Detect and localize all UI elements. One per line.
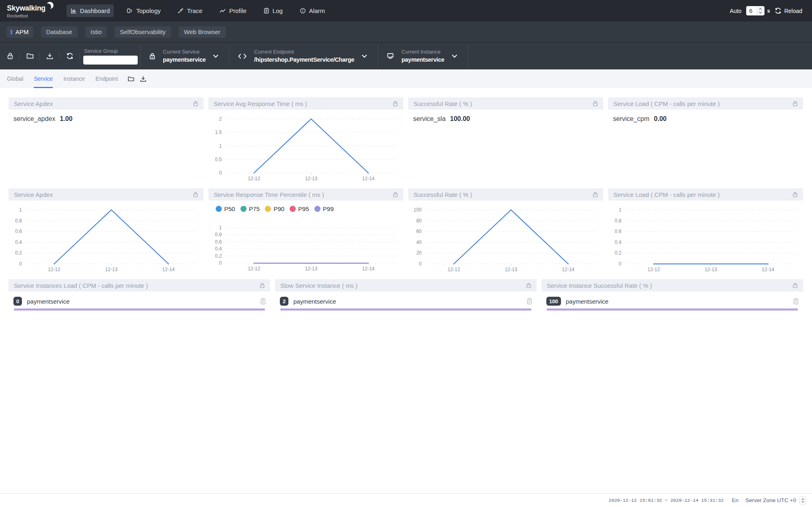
page-tab-apm[interactable]: APM xyxy=(6,26,33,38)
instance-list-item: 2paymentservice xyxy=(275,291,537,309)
service-group-input[interactable] xyxy=(83,56,138,65)
card-title: Service Load ( CPM - calls per minute ) xyxy=(613,100,793,107)
line-chart: 00.20.40.60.8112-1212-1312-14 xyxy=(9,201,204,274)
instance-value-badge: 2 xyxy=(280,297,288,306)
card-service-avg-response-time-ms: Service Avg Response Time ( ms )00.511.5… xyxy=(208,97,403,183)
footer: 2020-12-12 15:01:32 ~ 2020-12-14 15:31:3… xyxy=(0,493,812,507)
nav-item-alarm[interactable]: Alarm xyxy=(296,4,329,17)
toolbar-download-icon[interactable] xyxy=(40,43,60,69)
instance-value-badge: 100 xyxy=(546,297,561,306)
lock-icon[interactable] xyxy=(393,192,398,197)
dashboard-icon xyxy=(71,8,77,14)
nav-item-log[interactable]: Log xyxy=(260,4,287,17)
svg-text:12-12: 12-12 xyxy=(448,267,460,272)
page-tab-label: Istio xyxy=(91,28,102,35)
nav-item-dashboard[interactable]: Dashboard xyxy=(67,4,114,17)
legend-label: P90 xyxy=(273,205,284,212)
lock-icon[interactable] xyxy=(526,283,531,288)
nav-item-label: Profile xyxy=(229,7,247,14)
svg-text:12-12: 12-12 xyxy=(248,176,260,181)
select-label: Current Instance xyxy=(401,49,444,55)
card-body: 2paymentservice xyxy=(275,291,537,311)
card-title: Service Apdex xyxy=(14,100,193,107)
legend-dot xyxy=(216,206,222,212)
cards-row-3: Service Instances Load ( CPM - calls per… xyxy=(9,279,803,311)
svg-text:0.4: 0.4 xyxy=(615,239,621,245)
metric-row: service_cpm0.00 xyxy=(608,110,803,123)
folder-icon[interactable] xyxy=(128,76,134,82)
download-icon[interactable] xyxy=(140,76,147,82)
language-switch[interactable]: En xyxy=(732,497,739,503)
current-service-select[interactable]: Current Servicepaymentservice xyxy=(141,43,227,69)
toolbar-lock-icon[interactable] xyxy=(0,43,20,69)
nav-item-label: Log xyxy=(273,7,283,14)
line-chart: 02040608010012-1212-1312-14 xyxy=(408,201,603,274)
server-zone-spinner[interactable] xyxy=(799,496,806,505)
legend-item-p99[interactable]: P99 xyxy=(314,205,334,212)
selector-block: Current Instancepaymentservice xyxy=(375,43,465,69)
clipboard-icon[interactable] xyxy=(526,298,533,305)
legend-item-p95[interactable]: P95 xyxy=(290,205,309,212)
lock-icon[interactable] xyxy=(593,192,598,197)
current-endpoint-select[interactable]: Current Endpoint/hipstershop.PaymentServ… xyxy=(230,43,375,69)
legend-item-p50[interactable]: P50 xyxy=(216,205,235,212)
tab-instance[interactable]: Instance xyxy=(63,69,85,88)
svg-text:1: 1 xyxy=(19,207,22,213)
lock-icon[interactable] xyxy=(793,192,798,197)
card-header: Service Apdex xyxy=(9,97,204,110)
spin-down-icon[interactable] xyxy=(757,11,763,14)
auto-interval-spinner[interactable] xyxy=(757,7,764,15)
card-title: Service Load ( CPM - calls per minute ) xyxy=(613,191,793,198)
lock-icon[interactable] xyxy=(193,101,198,106)
tab-label: Instance xyxy=(63,76,85,82)
legend-dot xyxy=(265,206,271,212)
nav-item-trace[interactable]: Trace xyxy=(173,4,206,17)
auto-interval-input[interactable]: 6 xyxy=(746,6,764,15)
lock-icon[interactable] xyxy=(193,192,198,197)
active-pill xyxy=(11,30,12,35)
card-header: Slow Service Instance ( ms ) xyxy=(275,279,537,291)
toolbar-refresh-icon[interactable] xyxy=(60,43,80,69)
lock-icon[interactable] xyxy=(393,101,398,106)
instance-load-bar xyxy=(547,309,798,311)
card-header: Successful Rate ( % ) xyxy=(408,188,603,201)
page-tab-selfobservability[interactable]: SelfObservability xyxy=(115,26,171,38)
tab-global[interactable]: Global xyxy=(7,69,23,88)
alarm-icon xyxy=(300,8,306,14)
page-tab-database[interactable]: Database xyxy=(41,26,78,38)
time-range-picker[interactable]: 2020-12-12 15:01:32 ~ 2020-12-14 15:31:3… xyxy=(609,498,724,503)
clipboard-icon[interactable] xyxy=(793,298,799,305)
svg-text:0: 0 xyxy=(619,261,621,267)
svg-text:12-14: 12-14 xyxy=(362,266,375,272)
lock-icon[interactable] xyxy=(793,101,798,106)
reload-button[interactable]: Reload xyxy=(775,7,802,14)
nav-item-profile[interactable]: Profile xyxy=(215,4,251,17)
logo-subtitle: Rocketbot xyxy=(7,13,54,19)
card-body: P50P75P90P95P9900.20.40.60.8112-1212-131… xyxy=(208,201,403,274)
lock-icon[interactable] xyxy=(593,101,598,106)
chevron-down-icon xyxy=(452,54,457,58)
lock-icon[interactable] xyxy=(793,283,798,288)
lock-icon[interactable] xyxy=(260,283,265,288)
service-group-label: Service Group xyxy=(84,48,138,54)
page-tab-istio[interactable]: Istio xyxy=(85,26,107,38)
clipboard-icon[interactable] xyxy=(260,298,266,305)
legend-item-p90[interactable]: P90 xyxy=(265,205,284,212)
toolbar-folder-icon[interactable] xyxy=(20,43,40,69)
instance-load-bar xyxy=(14,309,265,311)
svg-text:12-12: 12-12 xyxy=(647,267,660,272)
page-tab-web-browser[interactable]: Web Browser xyxy=(179,26,226,38)
legend-label: P95 xyxy=(298,205,309,212)
tab-service[interactable]: Service xyxy=(34,69,53,88)
spin-up-icon[interactable] xyxy=(757,7,763,11)
svg-text:0.6: 0.6 xyxy=(215,239,222,245)
svg-text:12-14: 12-14 xyxy=(162,267,175,272)
page-tabs-bar: APMDatabaseIstioSelfObservabilityWeb Bro… xyxy=(0,22,812,42)
nav-item-topology[interactable]: Topology xyxy=(123,4,165,17)
legend-item-p75[interactable]: P75 xyxy=(240,205,260,212)
card-successful-rate: Successful Rate ( % )service_sla100.00 xyxy=(408,97,603,183)
current-instance-select[interactable]: Current Instancepaymentservice xyxy=(378,43,465,69)
tab-endpoint[interactable]: Endpoint xyxy=(95,69,118,88)
metric-name: service_cpm xyxy=(613,115,650,123)
auto-interval-value: 6 xyxy=(746,8,757,14)
